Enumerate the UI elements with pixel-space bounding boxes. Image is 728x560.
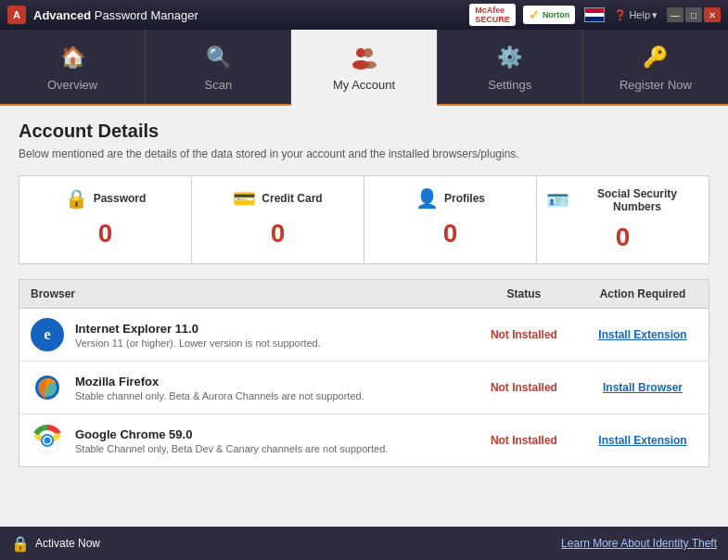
credit-card-label: Credit Card bbox=[262, 192, 322, 205]
settings-icon: ⚙️ bbox=[495, 43, 525, 72]
ie-icon: e bbox=[31, 318, 64, 351]
table-header-row: Browser Status Action Required bbox=[19, 280, 709, 309]
chrome-action-link[interactable]: Install Extension bbox=[577, 414, 709, 467]
restore-button[interactable]: □ bbox=[685, 7, 702, 22]
minimize-button[interactable]: — bbox=[667, 7, 683, 22]
ssn-icon: 🪪 bbox=[546, 189, 569, 211]
chrome-desc: Stable Channel only, Beta Dev & Canary c… bbox=[75, 443, 388, 454]
tab-overview[interactable]: 🏠 Overview bbox=[0, 30, 146, 104]
tab-settings-label: Settings bbox=[488, 78, 531, 92]
profiles-card: 👤 Profiles 0 bbox=[364, 176, 537, 263]
password-card: 🔒 Password 0 bbox=[19, 176, 192, 263]
ie-action-link[interactable]: Install Extension bbox=[577, 309, 709, 362]
scan-icon: 🔍 bbox=[203, 43, 233, 72]
password-label: Password bbox=[94, 192, 147, 205]
register-icon: 🔑 bbox=[641, 43, 671, 72]
action-column-header: Action Required bbox=[577, 280, 709, 309]
lock-icon: 🔒 bbox=[11, 535, 30, 553]
tab-overview-label: Overview bbox=[47, 78, 97, 92]
tab-scan[interactable]: 🔍 Scan bbox=[146, 30, 291, 104]
ssn-value: 0 bbox=[546, 223, 699, 252]
table-row: Mozilla Firefox Stable channel only. Bet… bbox=[19, 362, 709, 414]
activate-label: Activate Now bbox=[35, 537, 100, 550]
account-title: Account Details bbox=[19, 121, 709, 142]
ie-browser-cell: e Internet Explorer 11.0 Version 11 (or … bbox=[19, 309, 471, 362]
svg-point-3 bbox=[364, 61, 377, 69]
credit-card-value: 0 bbox=[201, 219, 354, 248]
profiles-label: Profiles bbox=[444, 192, 485, 205]
browser-column-header: Browser bbox=[19, 280, 471, 309]
activate-now-button[interactable]: 🔒 Activate Now bbox=[11, 535, 100, 553]
overview-icon: 🏠 bbox=[57, 43, 87, 72]
firefox-action-link[interactable]: Install Browser bbox=[577, 362, 709, 414]
profiles-value: 0 bbox=[374, 219, 527, 248]
chrome-status: Not Installed bbox=[471, 414, 577, 467]
credit-card-header: 💳 Credit Card bbox=[201, 187, 354, 210]
close-button[interactable]: ✕ bbox=[704, 7, 721, 22]
ie-name: Internet Explorer 11.0 bbox=[75, 322, 321, 336]
app-logo: A bbox=[7, 6, 26, 24]
chrome-name: Google Chrome 59.0 bbox=[75, 427, 388, 441]
account-description: Below mentioned are the details of the d… bbox=[19, 147, 709, 160]
password-icon: 🔒 bbox=[65, 187, 88, 210]
title-bar: A Advanced Password Manager McAfeeSECURE… bbox=[0, 0, 728, 30]
window-controls: — □ ✕ bbox=[667, 7, 721, 22]
data-cards: 🔒 Password 0 💳 Credit Card 0 👤 Profiles … bbox=[19, 175, 709, 264]
firefox-status: Not Installed bbox=[471, 362, 577, 414]
svg-text:e: e bbox=[44, 326, 50, 342]
ie-desc: Version 11 (or higher). Lower version is… bbox=[75, 337, 321, 349]
password-card-header: 🔒 Password bbox=[29, 187, 182, 210]
app-title: Advanced Password Manager bbox=[33, 8, 198, 22]
chrome-browser-cell: Google Chrome 59.0 Stable Channel only, … bbox=[19, 414, 471, 467]
profiles-header: 👤 Profiles bbox=[374, 187, 527, 210]
status-column-header: Status bbox=[471, 280, 577, 309]
chevron-down-icon: ▾ bbox=[652, 9, 658, 21]
title-left: A Advanced Password Manager bbox=[7, 6, 198, 24]
tab-my-account[interactable]: My Account bbox=[291, 30, 437, 104]
tab-register-label: Register Now bbox=[619, 78, 692, 92]
chrome-icon bbox=[31, 424, 64, 457]
learn-more-link[interactable]: Learn More About Identity Theft bbox=[561, 537, 717, 550]
browser-table: Browser Status Action Required e bbox=[19, 279, 709, 467]
credit-card-icon: 💳 bbox=[233, 187, 256, 210]
help-button[interactable]: ❓ Help ▾ bbox=[614, 9, 658, 21]
table-row: Google Chrome 59.0 Stable Channel only, … bbox=[19, 414, 709, 467]
svg-point-11 bbox=[45, 438, 51, 444]
main-content: Account Details Below mentioned are the … bbox=[0, 106, 728, 527]
ssn-header: 🪪 Social Security Numbers bbox=[546, 187, 699, 213]
ssn-card: 🪪 Social Security Numbers 0 bbox=[537, 176, 709, 263]
mcafee-badge: McAfeeSECURE bbox=[469, 4, 516, 26]
firefox-icon bbox=[31, 371, 64, 404]
table-row: e Internet Explorer 11.0 Version 11 (or … bbox=[19, 309, 709, 362]
norton-badge: ✓Norton bbox=[523, 6, 576, 24]
bottom-bar: 🔒 Activate Now Learn More About Identity… bbox=[0, 527, 728, 560]
credit-card-card: 💳 Credit Card 0 bbox=[192, 176, 364, 263]
ie-status: Not Installed bbox=[471, 309, 577, 362]
password-value: 0 bbox=[29, 219, 182, 248]
firefox-browser-cell: Mozilla Firefox Stable channel only. Bet… bbox=[19, 362, 471, 414]
firefox-desc: Stable channel only. Beta & Aurora Chann… bbox=[75, 390, 364, 401]
tab-my-account-label: My Account bbox=[333, 78, 395, 92]
tab-settings[interactable]: ⚙️ Settings bbox=[438, 30, 583, 104]
ssn-label: Social Security Numbers bbox=[575, 187, 699, 213]
navigation-bar: 🏠 Overview 🔍 Scan My Account ⚙️ Settings… bbox=[0, 30, 728, 106]
brand-badges: McAfeeSECURE ✓Norton bbox=[469, 4, 575, 26]
tab-register-now[interactable]: 🔑 Register Now bbox=[583, 30, 728, 104]
profiles-icon: 👤 bbox=[415, 187, 439, 210]
flag-button[interactable] bbox=[584, 7, 605, 22]
my-account-icon bbox=[350, 43, 379, 72]
svg-point-1 bbox=[364, 48, 373, 57]
firefox-name: Mozilla Firefox bbox=[75, 375, 364, 388]
question-icon: ❓ bbox=[614, 9, 627, 21]
tab-scan-label: Scan bbox=[204, 78, 232, 92]
title-right: McAfeeSECURE ✓Norton ❓ Help ▾ — □ ✕ bbox=[469, 4, 721, 26]
